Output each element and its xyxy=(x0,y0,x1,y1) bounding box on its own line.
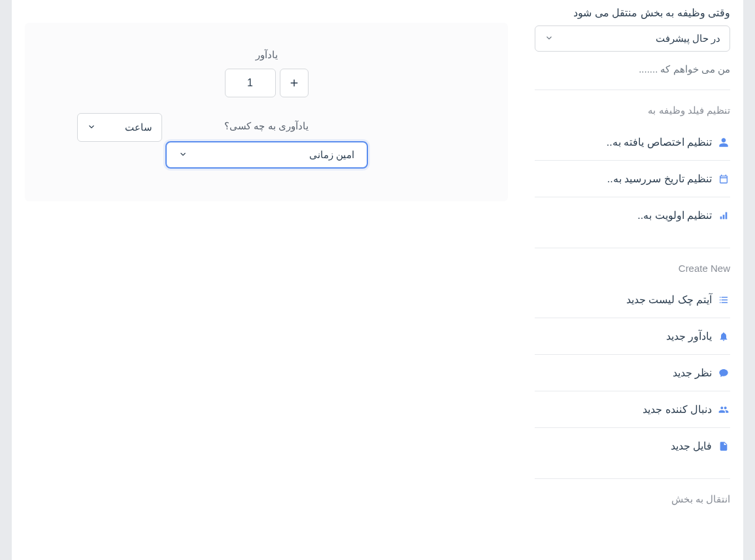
action-new-checklist[interactable]: آیتم چک لیست جدید xyxy=(535,282,730,318)
action-new-follower[interactable]: دنبال کننده جدید xyxy=(535,391,730,428)
time-unit-value: ساعت xyxy=(125,122,152,133)
time-unit-select[interactable]: ساعت xyxy=(77,113,162,142)
action-label: تنظیم اولویت به.. xyxy=(637,209,712,222)
user-icon xyxy=(717,137,730,148)
action-new-reminder[interactable]: یادآور جدید xyxy=(535,318,730,355)
action-label: آیتم چک لیست جدید xyxy=(626,293,712,306)
sidebar-panel: وقتی وظیفه به بخش منتقل می شود در حال پی… xyxy=(521,0,743,560)
svg-rect-0 xyxy=(720,216,722,219)
modal-container: وقتی وظیفه به بخش منتقل می شود در حال پی… xyxy=(12,0,743,560)
status-select-value: در حال پیشرفت xyxy=(656,33,720,44)
action-set-assignee[interactable]: تنظیم اختصاص یافته به.. xyxy=(535,124,730,161)
chevron-down-icon xyxy=(545,33,554,44)
divider xyxy=(535,478,730,479)
svg-rect-1 xyxy=(723,214,725,219)
users-icon xyxy=(717,404,730,415)
status-select[interactable]: در حال پیشرفت xyxy=(535,25,730,52)
action-label: دنبال کننده جدید xyxy=(643,403,712,416)
reminder-card: یادآور ساعت xyxy=(25,23,508,201)
chevron-down-icon xyxy=(87,122,96,133)
action-new-file[interactable]: فایل جدید xyxy=(535,428,730,464)
action-label: فایل جدید xyxy=(671,440,712,452)
reminder-count-input[interactable] xyxy=(225,69,276,97)
field-action-list: تنظیم اختصاص یافته به.. تنظیم تاریخ سررس… xyxy=(535,124,730,233)
divider xyxy=(535,248,730,248)
calendar-icon xyxy=(717,174,730,184)
action-new-comment[interactable]: نظر جدید xyxy=(535,355,730,391)
svg-rect-2 xyxy=(726,212,728,219)
priority-icon xyxy=(717,210,730,221)
reminder-label: یادآور xyxy=(256,49,278,61)
section-create-title: Create New xyxy=(535,263,730,274)
create-action-list: آیتم چک لیست جدید یادآور جدید نظر جدید د… xyxy=(535,282,730,464)
action-label: یادآور جدید xyxy=(666,330,712,342)
trigger-label: وقتی وظیفه به بخش منتقل می شود xyxy=(535,7,730,19)
action-label: نظر جدید xyxy=(673,367,712,379)
remind-person-select[interactable]: امین زمانی xyxy=(165,141,368,169)
file-icon xyxy=(717,441,730,452)
comment-icon xyxy=(717,368,730,378)
add-reminder-button[interactable] xyxy=(280,69,309,97)
checklist-icon xyxy=(717,295,730,305)
section-field-title: تنظیم فیلد وظیفه به xyxy=(535,105,730,116)
chevron-down-icon xyxy=(178,150,188,161)
section-move-title: انتقال به بخش xyxy=(535,493,730,505)
bell-icon xyxy=(717,331,730,342)
action-set-priority[interactable]: تنظیم اولویت به.. xyxy=(535,197,730,233)
action-set-due-date[interactable]: تنظیم تاریخ سررسید به.. xyxy=(535,161,730,197)
divider xyxy=(535,90,730,90)
main-panel: یادآور ساعت xyxy=(12,0,521,560)
action-label: تنظیم اختصاص یافته به.. xyxy=(607,136,712,148)
hint-text: من می خواهم که ....... xyxy=(535,63,730,75)
action-label: تنظیم تاریخ سررسید به.. xyxy=(607,173,712,185)
remind-who-label: یادآوری به چه کسی؟ xyxy=(224,120,309,132)
remind-person-value: امین زمانی xyxy=(309,149,354,161)
